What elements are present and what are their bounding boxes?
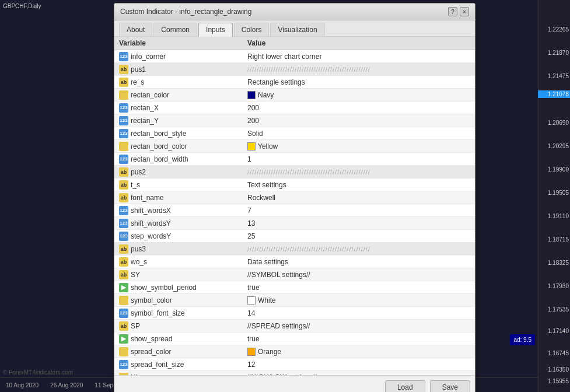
price-label: 1.17930 xyxy=(538,283,570,289)
price-label: 1.20295 xyxy=(538,143,570,149)
table-row[interactable]: ▶ show_spread true xyxy=(114,332,475,345)
123-icon: 123 xyxy=(119,52,128,61)
tab-common[interactable]: Common xyxy=(153,23,197,36)
table-row[interactable]: ab pus1 ////////////////////////////////… xyxy=(114,63,475,76)
dialog-body: Variable Value 123 info_corner Right low… xyxy=(114,37,475,375)
table-row[interactable]: spread_color Orange xyxy=(114,345,475,358)
table-row[interactable]: ab SP //SPREAD settings// xyxy=(114,320,475,332)
123-icon: 123 xyxy=(119,206,128,215)
ab-icon: ab xyxy=(119,321,128,331)
table-row[interactable]: 123 symbol_font_size 14 xyxy=(114,307,475,320)
row-name: spread_color xyxy=(131,348,247,356)
ab-icon: ab xyxy=(119,257,128,267)
price-label: 1.18325 xyxy=(538,260,570,266)
price-label: 1.19110 xyxy=(538,213,570,219)
123-icon: 123 xyxy=(119,232,128,241)
row-value: 200 xyxy=(247,117,470,125)
table-row[interactable]: ab pus2 ////////////////////////////////… xyxy=(114,166,475,178)
dialog-controls: ? × xyxy=(448,7,469,16)
price-label: 1.21870 xyxy=(538,50,570,56)
row-value: //SPREAD settings// xyxy=(247,322,470,330)
table-row[interactable]: ▶ show_symbol_period true xyxy=(114,281,475,294)
123-icon: 123 xyxy=(119,309,128,318)
table-rows: 123 info_corner Right lower chart corner… xyxy=(114,50,475,375)
123-icon: 123 xyxy=(119,129,128,138)
row-name: pus2 xyxy=(131,168,247,176)
ab-icon: ab xyxy=(119,167,128,177)
table-row[interactable]: ab SY //SYMBOL settings// xyxy=(114,268,475,281)
price-label: 1.15955 xyxy=(538,378,570,384)
table-row[interactable]: 123 step_wordsY 25 xyxy=(114,230,475,243)
price-label: 1.18715 xyxy=(538,236,570,243)
row-value: ////////////////////////////////////////… xyxy=(247,169,470,176)
row-name: wo_s xyxy=(131,258,247,266)
ab-icon: ab xyxy=(119,244,128,254)
row-value: Data settings xyxy=(247,258,470,266)
table-row[interactable]: 123 shift_wordsY 13 xyxy=(114,217,475,230)
tab-inputs[interactable]: Inputs xyxy=(198,23,233,37)
row-value: 12 xyxy=(247,360,470,369)
dialog-footer: Load Save xyxy=(114,375,475,392)
help-button[interactable]: ? xyxy=(448,7,457,16)
row-value: ////////////////////////////////////////… xyxy=(247,246,470,253)
row-value: ////////////////////////////////////////… xyxy=(247,66,470,73)
row-value: Yellow xyxy=(247,142,470,150)
tab-about[interactable]: About xyxy=(119,23,152,36)
column-value: Value xyxy=(247,39,470,47)
table-row[interactable]: 123 rectan_bord_style Solid xyxy=(114,127,475,140)
row-name: show_spread xyxy=(131,335,247,343)
row-name: HL xyxy=(131,373,247,376)
dialog: Custom Indicator - info_rectangle_drawin… xyxy=(114,3,475,392)
123-icon: 123 xyxy=(119,155,128,164)
chart-area: GBPCHF,Daily xyxy=(0,0,111,392)
price-label-highlight: 1.21078 xyxy=(538,90,570,98)
date-label-1: 10 Aug 2020 xyxy=(6,382,39,388)
tab-visualization[interactable]: Visualization xyxy=(270,23,324,36)
row-name: SY xyxy=(131,271,247,279)
arrow-icon: ▶ xyxy=(119,283,128,292)
row-name: rectan_X xyxy=(131,104,247,112)
table-row[interactable]: 123 rectan_bord_width 1 xyxy=(114,153,475,166)
table-row[interactable]: 123 info_corner Right lower chart corner xyxy=(114,50,475,63)
load-button[interactable]: Load xyxy=(385,380,425,392)
ab-icon: ab xyxy=(119,373,128,376)
table-row[interactable]: ab HL //HIGH/LOW settings// xyxy=(114,371,475,375)
price-label: 1.16745 xyxy=(538,350,570,356)
row-name: shift_wordsX xyxy=(131,206,247,215)
dialog-overlay: Custom Indicator - info_rectangle_drawin… xyxy=(111,0,478,391)
row-name: rectan_bord_style xyxy=(131,130,247,138)
table-row[interactable]: rectan_color Navy xyxy=(114,89,475,102)
row-name: spread_font_size xyxy=(131,360,247,369)
table-row[interactable]: 123 rectan_X 200 xyxy=(114,102,475,114)
dialog-title: Custom Indicator - info_rectangle_drawin… xyxy=(120,8,251,16)
row-name: pus1 xyxy=(131,65,247,74)
ab-icon: ab xyxy=(119,193,128,202)
color-icon xyxy=(119,347,128,356)
table-row[interactable]: ab wo_s Data settings xyxy=(114,256,475,268)
row-value: Rockwell xyxy=(247,194,470,202)
table-row[interactable]: 123 spread_font_size 12 xyxy=(114,358,475,371)
info-box: ad: 9.5 xyxy=(510,334,535,345)
table-row[interactable]: rectan_bord_color Yellow xyxy=(114,140,475,153)
save-button[interactable]: Save xyxy=(430,380,470,392)
table-row[interactable]: symbol_color White xyxy=(114,294,475,307)
chart-header: GBPCHF,Daily xyxy=(3,3,41,9)
table-row[interactable]: 123 rectan_Y 200 xyxy=(114,114,475,127)
table-row[interactable]: ab re_s Rectangle settings xyxy=(114,76,475,89)
row-name: font_name xyxy=(131,194,247,202)
table-row[interactable]: ab font_name Rockwell xyxy=(114,191,475,204)
table-row[interactable]: ab t_s Text settings xyxy=(114,178,475,191)
dialog-tabs: About Common Inputs Colors Visualization xyxy=(114,20,475,37)
row-value: true xyxy=(247,335,470,343)
row-name: rectan_Y xyxy=(131,117,247,125)
price-label: 1.17535 xyxy=(538,306,570,313)
row-value: White xyxy=(247,296,470,304)
date-label-2: 26 Aug 2020 xyxy=(50,382,83,388)
table-row[interactable]: 123 shift_wordsX 7 xyxy=(114,204,475,217)
arrow-icon: ▶ xyxy=(119,334,128,344)
tab-colors[interactable]: Colors xyxy=(234,23,270,36)
table-row[interactable]: ab pus3 ////////////////////////////////… xyxy=(114,243,475,256)
row-name: re_s xyxy=(131,78,247,86)
row-name: info_corner xyxy=(131,52,247,61)
close-button[interactable]: × xyxy=(460,7,469,16)
